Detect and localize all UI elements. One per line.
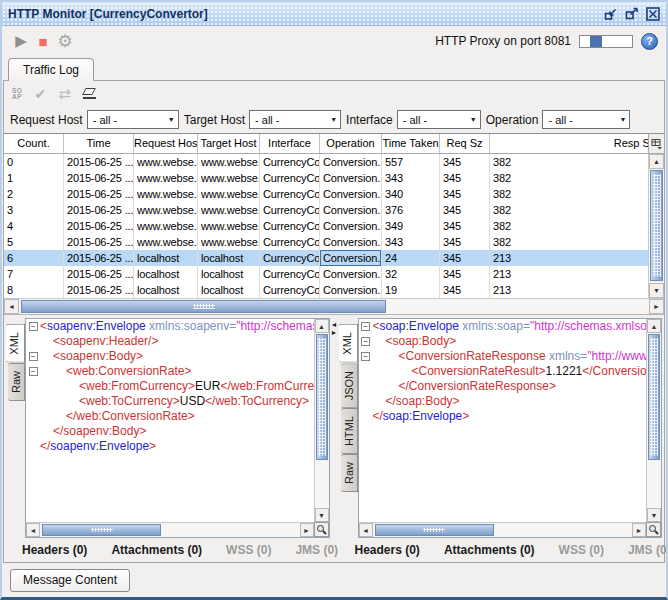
scroll-right-icon[interactable]: ► [649,299,664,314]
scroll-right-icon[interactable]: ► [300,523,314,537]
scroll-down-icon[interactable]: ▼ [647,508,661,522]
footer-tab-attachments-0[interactable]: Attachments (0) [111,543,202,557]
footer-tab-attachments-0[interactable]: Attachments (0) [444,543,535,557]
editor-vertical-scrollbar[interactable]: ▲ ▼ [314,319,329,522]
interface-select[interactable]: - all - ▼ [397,110,481,129]
xml-line: −<soapenv:Body> [26,349,314,364]
close-icon[interactable] [646,7,660,21]
clear-log-icon[interactable] [83,88,96,99]
target-host-select[interactable]: - all - ▼ [249,110,341,129]
scroll-up-icon[interactable]: ▲ [647,319,661,333]
collapse-left-icon[interactable]: ◄ [331,321,338,328]
table-body[interactable]: 02015-06-25 ...www.webse...www.webse...C… [4,154,648,298]
scroll-up-icon[interactable]: ▲ [649,154,664,169]
stop-monitor-icon[interactable]: ■ [32,30,54,52]
message-content-button[interactable]: Message Content [10,569,130,592]
table-cell: 4 [4,218,64,234]
table-cell: 8 [4,282,64,298]
panel-tab-raw[interactable]: Raw [341,454,358,492]
panel-splitter[interactable]: ◄ ► [330,318,339,562]
panel-tab-json[interactable]: JSON [341,363,358,408]
editor-horizontal-scrollbar[interactable]: ◄ ► [26,522,314,537]
editor-vertical-scrollbar[interactable]: ▲ ▼ [646,319,661,522]
column-header[interactable]: Interface [260,134,320,153]
editor-horizontal-scrollbar[interactable]: ◄ ► [359,522,647,537]
table-cell: www.webse... [198,186,260,202]
footer-tab-headers-0[interactable]: Headers (0) [22,543,87,557]
panel-tab-xml[interactable]: XML [339,324,358,363]
column-header[interactable]: Count. [4,134,64,153]
table-cell: CurrencyCo... [260,154,320,170]
operation-select[interactable]: - all - ▼ [542,110,630,129]
fold-toggle-icon[interactable]: − [361,337,370,346]
scrollbar-thumb[interactable] [650,170,663,281]
table-row[interactable]: 32015-06-25 ...www.webse...www.webse...C… [4,202,648,218]
response-xml-editor[interactable]: −<soap:Envelope xmlns:soap="http://schem… [358,318,663,538]
settings-gear-icon[interactable]: ⚙ [54,30,76,52]
table-cell: 24 [382,250,440,266]
column-header[interactable]: Target Host [198,134,260,153]
scroll-down-icon[interactable]: ▼ [649,283,664,298]
footer-tab-wss-0[interactable]: WSS (0) [226,543,271,557]
column-header[interactable]: Resp Sz [490,134,664,153]
table-row[interactable]: 42015-06-25 ...www.webse...www.webse...C… [4,218,648,234]
fold-toggle-icon[interactable]: − [29,322,38,331]
footer-tab-headers-0[interactable]: Headers (0) [355,543,420,557]
table-cell: localhost [134,282,198,298]
table-row[interactable]: 12015-06-25 ...www.webse...www.webse...C… [4,170,648,186]
scroll-left-icon[interactable]: ◄ [359,523,373,537]
fold-gutter [26,439,40,454]
scroll-left-icon[interactable]: ◄ [26,523,40,537]
export-messages-icon[interactable]: ⇄ [58,85,71,103]
fold-toggle-icon[interactable]: − [29,367,38,376]
fold-toggle-icon[interactable]: − [29,352,38,361]
table-cell: CurrencyCo... [260,234,320,250]
panel-tab-html[interactable]: HTML [341,408,358,454]
scroll-left-icon[interactable]: ◄ [4,299,19,314]
scroll-down-icon[interactable]: ▼ [315,508,329,522]
proxy-status-label: HTTP Proxy on port 8081 [435,34,571,48]
table-row[interactable]: 02015-06-25 ...www.webse...www.webse...C… [4,154,648,170]
panel-tab-raw[interactable]: Raw [8,363,25,401]
table-row[interactable]: 72015-06-25 ...localhostlocalhostCurrenc… [4,266,648,282]
column-header[interactable]: Time [64,134,134,153]
column-header[interactable]: Time Taken [382,134,440,153]
column-header[interactable]: Request Host [134,134,198,153]
footer-tab-wss-0[interactable]: WSS (0) [559,543,604,557]
table-options-icon[interactable] [648,134,664,154]
scroll-right-icon[interactable]: ► [632,523,646,537]
magnifier-icon[interactable] [314,522,329,537]
scrollbar-thumb[interactable] [42,524,161,536]
scrollbar-thumb[interactable] [375,524,494,536]
start-monitor-icon[interactable]: ▶ [10,30,32,52]
table-vertical-scrollbar[interactable]: ▲ ▼ [648,154,664,298]
scrollbar-thumb[interactable] [648,334,660,460]
select-all-icon[interactable]: ✔ [34,86,46,102]
chevron-down-icon: ▼ [620,116,627,123]
scrollbar-thumb[interactable] [21,300,386,313]
table-row[interactable]: 82015-06-25 ...localhostlocalhostCurrenc… [4,282,648,298]
table-row[interactable]: 62015-06-25 ...localhostlocalhostCurrenc… [4,250,648,266]
collapse-right-icon[interactable]: ► [331,329,338,336]
table-row[interactable]: 22015-06-25 ...www.webse...www.webse...C… [4,186,648,202]
request-xml-editor[interactable]: −<soapenv:Envelope xmlns:soapenv="http:/… [25,318,330,538]
magnifier-icon[interactable] [646,522,661,537]
create-soap-request-icon[interactable]: SO AP [12,88,22,100]
request-host-select[interactable]: - all - ▼ [87,110,179,129]
table-row[interactable]: 52015-06-25 ...www.webse...www.webse...C… [4,234,648,250]
maximize-icon[interactable] [625,7,639,21]
tab-traffic-log[interactable]: Traffic Log [8,58,94,81]
table-cell: localhost [198,250,260,266]
fold-toggle-icon[interactable]: − [361,322,370,331]
xml-line: </ConversionRateResponse> [359,379,647,394]
help-icon[interactable]: ? [641,33,658,50]
table-horizontal-scrollbar[interactable]: ◄ ► [4,298,664,314]
fold-toggle-icon[interactable]: − [361,352,370,361]
footer-tab-jms-0[interactable]: JMS (0) [628,543,668,557]
scrollbar-thumb[interactable] [316,334,328,460]
column-header[interactable]: Operation [320,134,382,153]
panel-tab-xml[interactable]: XML [6,324,25,363]
column-header[interactable]: Req Sz [440,134,490,153]
restore-icon[interactable] [604,7,618,21]
scroll-up-icon[interactable]: ▲ [315,319,329,333]
